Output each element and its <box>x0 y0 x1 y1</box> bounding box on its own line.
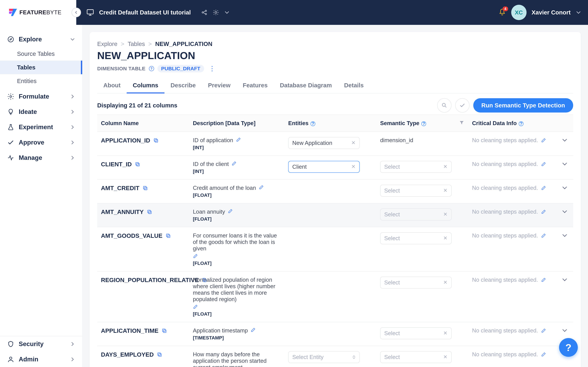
chevron-down-icon[interactable] <box>224 10 230 15</box>
close-icon[interactable] <box>443 212 447 216</box>
description: How many days before the application the… <box>193 351 281 367</box>
semantic-select[interactable]: Select <box>380 277 452 289</box>
semantic-select[interactable]: Select <box>380 209 452 220</box>
help-icon[interactable]: ? <box>519 121 523 126</box>
cdi-text: No cleaning steps applied. <box>472 232 552 239</box>
topbar-icons <box>201 9 230 16</box>
expand-row-button[interactable] <box>556 180 573 196</box>
sidebar-item-manage[interactable]: Manage <box>0 150 82 166</box>
close-icon[interactable] <box>351 141 356 145</box>
filter-icon[interactable] <box>459 120 464 125</box>
semantic-select[interactable]: Select <box>380 232 452 244</box>
close-icon[interactable] <box>443 355 447 359</box>
tab-describe[interactable]: Describe <box>165 78 202 93</box>
copy-icon[interactable] <box>157 352 162 357</box>
sidebar-item-experiment[interactable]: Experiment <box>0 119 82 135</box>
chevron-right-icon <box>70 94 75 99</box>
topbar-main: Credit Default Dataset UI tutorial 4 XC … <box>76 5 581 20</box>
expand-row-button[interactable] <box>556 322 573 339</box>
sidebar-item-security[interactable]: Security <box>0 336 82 352</box>
breadcrumb-tables[interactable]: Tables <box>128 41 145 47</box>
user-name[interactable]: Xavier Conort <box>532 9 571 16</box>
semantic-select[interactable]: Select <box>380 161 452 173</box>
expand-row-button[interactable] <box>556 272 573 288</box>
description: For consumer loans it is the value of th… <box>193 232 281 252</box>
help-icon[interactable]: ? <box>311 121 315 126</box>
sidebar-item-tables[interactable]: Tables <box>0 61 82 74</box>
edit-icon[interactable] <box>541 138 546 143</box>
expand-row-button[interactable] <box>556 227 573 244</box>
edit-icon[interactable] <box>236 137 241 142</box>
sidebar-item-entities[interactable]: Entities <box>0 74 82 88</box>
close-icon[interactable] <box>443 236 447 240</box>
edit-icon[interactable] <box>541 162 546 167</box>
kebab-menu[interactable]: ⋮ <box>207 67 217 70</box>
edit-icon[interactable] <box>232 161 237 166</box>
edit-icon[interactable] <box>541 233 546 238</box>
tabs: AboutColumnsDescribePreviewFeaturesDatab… <box>97 78 573 93</box>
share-icon[interactable] <box>201 9 207 16</box>
tab-details[interactable]: Details <box>338 78 370 93</box>
breadcrumb-explore[interactable]: Explore <box>97 41 117 47</box>
edit-icon[interactable] <box>541 209 546 214</box>
sidebar-item-explore[interactable]: Explore <box>0 32 82 47</box>
table-type: DIMENSION TABLE <box>97 66 146 72</box>
expand-row-button[interactable] <box>556 203 573 220</box>
user-menu-chevron-icon[interactable] <box>576 10 581 15</box>
dataset-title[interactable]: Credit Default Dataset UI tutorial <box>99 9 191 16</box>
entity-select[interactable]: Select Entity <box>288 351 360 363</box>
copy-icon[interactable] <box>142 185 148 191</box>
close-icon[interactable] <box>351 164 356 169</box>
expand-row-button[interactable] <box>556 156 573 172</box>
expand-row-button[interactable] <box>556 132 573 148</box>
sidebar-item-formulate[interactable]: Formulate <box>0 89 82 104</box>
close-icon[interactable] <box>443 164 447 169</box>
help-icon[interactable]: ? <box>421 121 426 126</box>
updown-icon <box>352 355 356 359</box>
tab-database-diagram[interactable]: Database Diagram <box>274 78 338 93</box>
sidebar-item-ideate[interactable]: Ideate <box>0 104 82 119</box>
sidebar-item-source-tables[interactable]: Source Tables <box>0 47 82 61</box>
tab-features[interactable]: Features <box>237 78 274 93</box>
edit-icon[interactable] <box>259 185 264 190</box>
approve-icon <box>7 139 14 146</box>
edit-icon[interactable] <box>193 253 198 259</box>
description: ID of application <box>193 137 233 143</box>
edit-icon[interactable] <box>541 185 546 191</box>
svg-rect-18 <box>166 234 169 237</box>
edit-icon[interactable] <box>541 352 546 357</box>
sidebar-item-approve[interactable]: Approve <box>0 135 82 150</box>
notifications-button[interactable]: 4 <box>498 8 506 17</box>
entity-select[interactable]: Client <box>288 161 360 173</box>
semantic-select[interactable]: Select <box>380 185 452 197</box>
edit-icon[interactable] <box>193 304 198 309</box>
edit-icon[interactable] <box>251 327 256 333</box>
gear-icon[interactable] <box>213 9 219 16</box>
tab-preview[interactable]: Preview <box>202 78 237 93</box>
edit-icon[interactable] <box>541 277 546 282</box>
run-semantic-button[interactable]: Run Semantic Type Detection <box>473 98 573 113</box>
collapse-sidebar-button[interactable] <box>72 8 81 17</box>
avatar[interactable]: XC <box>511 5 527 20</box>
copy-icon[interactable] <box>153 138 159 143</box>
info-icon[interactable]: ? <box>149 66 154 71</box>
semantic-select[interactable]: Select <box>380 327 452 339</box>
edit-icon[interactable] <box>228 209 233 214</box>
tab-columns[interactable]: Columns <box>127 78 165 93</box>
entity-select[interactable]: New Application <box>288 137 360 149</box>
close-icon[interactable] <box>443 280 447 284</box>
sidebar-item-admin[interactable]: Admin <box>0 352 82 367</box>
semantic-select[interactable]: Select <box>380 351 452 363</box>
brand-logo[interactable]: FEATUREBYTE <box>8 8 61 17</box>
search-button[interactable] <box>437 98 451 113</box>
copy-icon[interactable] <box>147 209 152 215</box>
close-icon[interactable] <box>443 188 447 192</box>
copy-icon[interactable] <box>135 162 140 167</box>
close-icon[interactable] <box>443 331 447 335</box>
tab-about[interactable]: About <box>97 78 127 93</box>
edit-icon[interactable] <box>541 328 546 333</box>
check-button[interactable] <box>455 98 470 113</box>
help-fab[interactable]: ? <box>559 338 578 357</box>
copy-icon[interactable] <box>162 328 167 334</box>
copy-icon[interactable] <box>166 233 171 239</box>
